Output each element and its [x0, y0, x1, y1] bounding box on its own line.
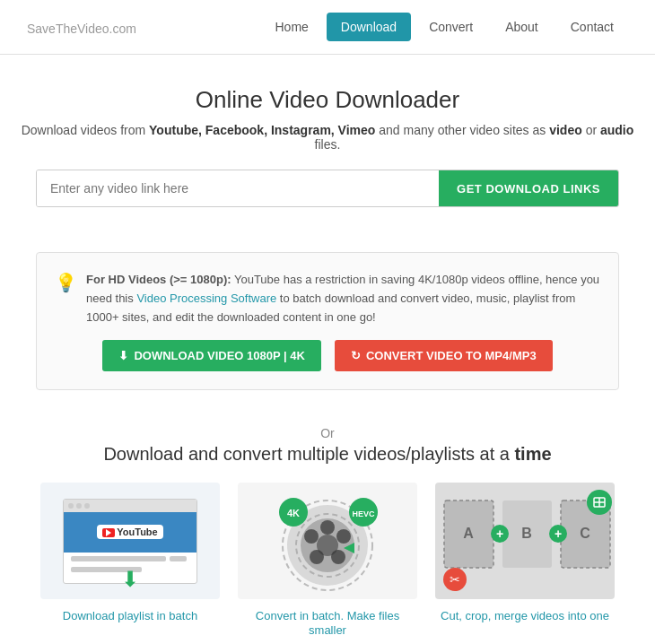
hero-description: Download videos from Youtube, Facebook, … — [18, 123, 637, 152]
download-arrow-icon: ⬇ — [118, 349, 128, 362]
bulb-icon: 💡 — [55, 272, 77, 293]
search-bar: GET DOWNLOAD LINKS — [36, 170, 619, 207]
feature-cards: YouTube ⬇ Download playlist in batch — [0, 483, 655, 644]
feature-card-youtube: YouTube ⬇ Download playlist in batch — [40, 483, 220, 637]
info-box-buttons: ⬇ DOWNLOAD VIDEO 1080P | 4K ↻ CONVERT VI… — [55, 340, 600, 371]
or-subtitle: Download and convert multiple videos/pla… — [0, 444, 655, 465]
svg-text:A: A — [463, 526, 474, 541]
nav-convert[interactable]: Convert — [415, 13, 487, 41]
youtube-card-image: YouTube ⬇ — [40, 483, 220, 599]
info-box-content: 💡 For HD Videos (>= 1080p): YouTube has … — [55, 271, 600, 326]
svg-text:✂: ✂ — [450, 572, 460, 587]
convert-video-button[interactable]: ↻ CONVERT VIDEO TO MP4/MP3 — [335, 340, 553, 371]
feature-card-convert: 4K HEVC Convert in batch. Make files sma… — [238, 483, 417, 637]
cut-illustration-svg: A B C + + ✂ — [435, 483, 615, 599]
cut-card-image: A B C + + ✂ — [435, 483, 615, 599]
video-processing-link[interactable]: Video Processing Software — [136, 292, 276, 305]
svg-point-7 — [310, 550, 324, 564]
header: SaveTheVideo.com Home Download Convert A… — [0, 0, 655, 55]
info-box-text: For HD Videos (>= 1080p): YouTube has a … — [86, 271, 600, 326]
svg-text:+: + — [555, 527, 562, 541]
download-arrow-icon: ⬇ — [121, 567, 139, 592]
feature-card-youtube-link[interactable]: Download playlist in batch — [63, 609, 197, 622]
page-title: Online Video Downloader — [18, 86, 637, 114]
svg-text:B: B — [521, 526, 532, 541]
nav-home[interactable]: Home — [261, 13, 323, 41]
svg-point-8 — [331, 550, 345, 564]
info-box: 💡 For HD Videos (>= 1080p): YouTube has … — [36, 252, 619, 390]
nav-contact[interactable]: Contact — [556, 13, 628, 41]
svg-text:4K: 4K — [287, 508, 300, 518]
svg-text:C: C — [580, 526, 590, 541]
feature-card-cut: A B C + + ✂ Cut, crop, merge videos into… — [435, 483, 615, 637]
logo-text: SaveTheVideo — [27, 22, 109, 36]
feature-card-cut-link[interactable]: Cut, crop, merge videos into one — [441, 609, 609, 622]
svg-point-9 — [320, 520, 335, 535]
search-input[interactable] — [37, 170, 439, 206]
refresh-icon: ↻ — [351, 349, 361, 362]
youtube-logo: YouTube — [97, 525, 162, 539]
svg-text:HEVC: HEVC — [352, 509, 375, 518]
svg-point-5 — [304, 529, 319, 544]
download-1080p-button[interactable]: ⬇ DOWNLOAD VIDEO 1080P | 4K — [102, 340, 321, 371]
get-download-links-button[interactable]: GET DOWNLOAD LINKS — [439, 170, 618, 206]
svg-point-6 — [336, 529, 351, 544]
convert-reel-svg: 4K HEVC — [247, 487, 408, 595]
main-nav: Home Download Convert About Contact — [261, 13, 629, 41]
svg-text:+: + — [496, 527, 503, 541]
or-text: Or — [0, 426, 655, 440]
nav-about[interactable]: About — [491, 13, 553, 41]
hero-section: Online Video Downloader Download videos … — [0, 55, 655, 252]
or-section: Or Download and convert multiple videos/… — [0, 417, 655, 483]
convert-card-image: 4K HEVC — [238, 483, 417, 599]
feature-card-convert-link[interactable]: Convert in batch. Make files smaller — [256, 609, 399, 637]
logo: SaveTheVideo.com — [27, 15, 136, 39]
youtube-play-icon — [102, 528, 115, 537]
logo-tld: .com — [109, 22, 136, 36]
nav-download[interactable]: Download — [327, 13, 411, 41]
